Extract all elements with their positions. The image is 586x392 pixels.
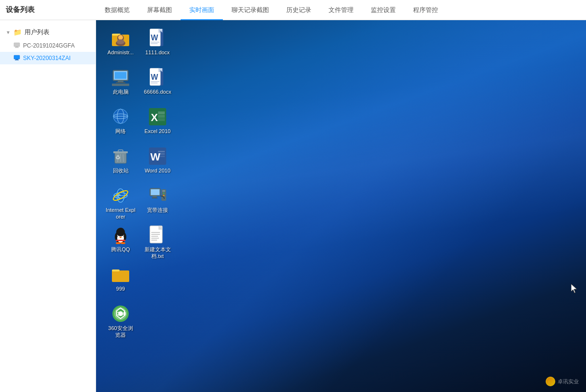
svg-rect-91 [151, 236, 158, 237]
svg-point-46 [121, 242, 125, 244]
this-pc-icon [111, 68, 130, 87]
main-layout: ▼ 📁 用户列表 PC-20191024GGFA [0, 20, 586, 392]
ie-label: Internet Explorer [106, 207, 135, 220]
svg-rect-4 [15, 59, 18, 60]
tab-program-control[interactable]: 程序管控 [404, 0, 447, 20]
pc1-label: PC-20191024GGFA [23, 42, 74, 49]
icon-column-1: Administr... [103, 25, 138, 339]
desktop-icon-word2010[interactable]: W Word 2010 [140, 143, 175, 182]
svg-rect-44 [116, 240, 125, 241]
tab-data-overview[interactable]: 数据概览 [96, 0, 138, 20]
recycle-icon: ♻ [111, 147, 130, 166]
svg-rect-1 [15, 47, 18, 48]
qq-icon [111, 225, 130, 245]
svg-rect-76 [158, 153, 165, 155]
broadband-icon [148, 186, 167, 205]
svg-rect-0 [14, 43, 20, 47]
svg-rect-77 [158, 156, 165, 157]
tab-screenshot[interactable]: 屏幕截图 [138, 0, 181, 20]
recycle-label: 回收站 [113, 167, 129, 174]
desktop-icon-broadband[interactable]: 宽带连接 [140, 183, 175, 221]
ie-icon: e [111, 186, 130, 205]
svg-point-10 [118, 35, 123, 40]
desktop-icon-administrator[interactable]: Administr... [103, 25, 138, 63]
tab-monitor-settings[interactable]: 监控设置 [362, 0, 404, 20]
svg-rect-28 [118, 150, 123, 152]
folder-999-label: 999 [116, 285, 125, 292]
user-list-label: 用户列表 [24, 28, 49, 37]
word2010-icon: W [148, 147, 167, 166]
watermark-logo: 卓 [546, 377, 555, 386]
app-header: 设备列表 数据概览 屏幕截图 实时画面 聊天记录截图 历史记录 文件管理 监控设… [0, 0, 586, 20]
svg-point-45 [116, 242, 121, 244]
desktop-icon-1111docx[interactable]: W 1111.docx [140, 25, 175, 63]
desktop-icon-network[interactable]: 网络 [103, 104, 138, 142]
sidebar-user-list-title[interactable]: ▼ 📁 用户列表 [0, 25, 96, 39]
newtext-label: 新建文本文档.txt [143, 246, 172, 260]
icon-column-2: W 1111.docx [140, 25, 175, 260]
svg-rect-70 [158, 111, 165, 114]
app-title: 设备列表 [0, 5, 96, 14]
sky1-label: SKY-20200314ZAI [23, 55, 71, 61]
network-icon [111, 107, 130, 126]
svg-rect-72 [158, 118, 165, 121]
svg-rect-60 [151, 43, 158, 44]
sidebar-user-section: ▼ 📁 用户列表 PC-20191024GGFA [0, 25, 96, 64]
desktop-icon-66666docx[interactable]: W 66666.docx [140, 64, 175, 103]
svg-rect-75 [158, 151, 165, 152]
desktop-icon-ie[interactable]: e Internet Explorer [103, 183, 138, 221]
360-label: 360安全浏览器 [106, 325, 135, 339]
desktop-icon-999[interactable]: 999 [103, 261, 138, 300]
svg-text:♻: ♻ [115, 154, 121, 161]
svg-rect-3 [14, 55, 20, 59]
svg-rect-15 [118, 81, 123, 82]
desktop-icon-360[interactable]: 360 360安全浏览器 [103, 301, 138, 339]
word-doc-1111-icon: W [148, 28, 167, 48]
desktop-icon-qq[interactable]: 腾讯QQ [103, 222, 138, 260]
word-doc-66666-icon: W [148, 68, 167, 87]
watermark: 卓 卓讯实业 [546, 377, 579, 386]
svg-rect-14 [115, 72, 126, 79]
desktop-icon-this-pc[interactable]: 此电脑 [103, 64, 138, 103]
broadband-label: 宽带连接 [147, 207, 168, 213]
svg-text:X: X [151, 111, 158, 123]
svg-rect-90 [151, 234, 160, 235]
remote-desktop[interactable]: Administr... [96, 20, 586, 392]
network-label: 网络 [115, 128, 126, 135]
svg-rect-66 [151, 81, 159, 82]
watermark-text: 卓讯实业 [558, 378, 579, 385]
svg-rect-48 [112, 270, 120, 271]
folder-icon: 📁 [13, 28, 22, 36]
desktop-icon-recycle[interactable]: ♻ 回收站 [103, 143, 138, 182]
tab-chat[interactable]: 聊天记录截图 [223, 0, 278, 20]
sidebar-item-pc1[interactable]: PC-20191024GGFA [0, 39, 96, 52]
administrator-icon [111, 28, 130, 48]
svg-rect-71 [158, 115, 165, 118]
desktop-icon-newtext[interactable]: 新建文本文档.txt [140, 222, 175, 260]
content-area: Administr... [96, 20, 586, 392]
nav-tabs: 数据概览 屏幕截图 实时画面 聊天记录截图 历史记录 文件管理 监控设置 程序管… [96, 0, 447, 20]
monitor-active-icon [13, 54, 20, 62]
desktop-icon-excel2010[interactable]: X Excel 2010 [140, 104, 175, 142]
arrow-icon: ▼ [6, 30, 11, 35]
tab-history[interactable]: 历史记录 [278, 0, 320, 20]
svg-rect-2 [15, 48, 19, 48]
qq-label: 腾讯QQ [111, 246, 130, 253]
svg-rect-89 [151, 232, 160, 233]
360-icon: 360 [111, 304, 130, 323]
this-pc-label: 此电脑 [113, 88, 129, 95]
svg-rect-5 [15, 60, 19, 61]
text-file-icon [148, 225, 167, 245]
svg-rect-80 [153, 196, 157, 197]
svg-line-26 [123, 154, 123, 162]
svg-point-84 [163, 193, 165, 194]
tab-files[interactable]: 文件管理 [320, 0, 362, 20]
svg-text:W: W [151, 73, 159, 81]
svg-rect-59 [151, 42, 159, 43]
tab-realtime[interactable]: 实时画面 [181, 0, 223, 20]
mouse-cursor [571, 284, 579, 296]
66666docx-label: 66666.docx [144, 88, 171, 95]
sidebar-item-sky1[interactable]: SKY-20200314ZAI [0, 52, 96, 64]
svg-point-11 [117, 39, 124, 44]
svg-text:卓: 卓 [547, 380, 551, 384]
